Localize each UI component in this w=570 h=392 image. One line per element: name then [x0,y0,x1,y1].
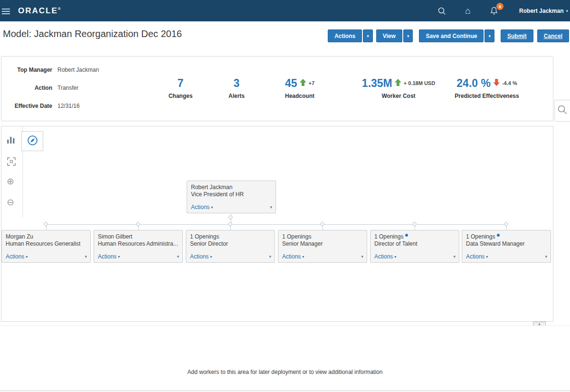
actions-dropdown-button[interactable]: ▾ [363,29,373,42]
brand-text: ORACLE [18,6,58,15]
org-card[interactable]: 1 Openings Director of Talent Actions ▾ … [370,230,459,263]
org-connector-node [412,222,417,227]
zoom-out-icon[interactable]: ⊖ [7,198,14,207]
card-dropdown-icon[interactable]: ▾ [270,205,272,210]
chevron-down-icon: ▾ [26,255,28,259]
side-search-tab[interactable] [554,100,570,122]
fit-to-screen-icon[interactable] [7,157,16,168]
notification-badge: 6 [496,3,504,10]
card-name: Morgan Zu [6,233,33,240]
card-dropdown-icon[interactable]: ▾ [269,254,271,259]
menu-icon[interactable] [2,7,10,16]
org-chart-panel: ⊕ ⊖ Robert Jackman Vice President of HR … [1,126,553,322]
notifications-icon[interactable]: 6 [486,0,502,21]
org-connector-node [228,222,233,227]
card-title: Data Steward Manager [466,240,547,247]
card-dropdown-icon[interactable]: ▾ [361,254,363,259]
org-connector-node [136,222,141,227]
org-card[interactable]: 1 Openings Senior Manager Actions ▾ ▾ [278,230,367,263]
chevron-down-icon: ▾ [486,255,488,259]
card-actions-menu[interactable]: Actions ▾ [282,253,304,260]
card-name: 1 Openings [282,233,311,240]
actions-button[interactable]: Actions [328,29,362,42]
save-and-continue-button[interactable]: Save and Continue [419,29,484,42]
field-effective-date: Effective Date 12/31/16 [1,103,201,110]
trend-down-icon [493,79,500,88]
card-name: 1 Openings [374,233,403,240]
chevron-down-icon: ▾ [118,255,120,259]
stat-alerts: 3 Alerts [228,76,245,99]
page-title-bar: Model: Jackman Reorganization Dec 2016 A… [0,21,570,49]
card-title: Director of Talent [374,240,455,247]
card-actions-menu[interactable]: Actions ▾ [191,204,213,210]
org-card[interactable]: Simon Gilbert Human Resources Administra… [94,230,183,263]
card-name: Robert Jackman [191,184,232,191]
card-title: Human Resources Generalist [6,240,86,247]
home-icon[interactable]: ⌂ [460,0,476,21]
compass-icon [27,134,38,148]
card-title: Human Resources Administra... [98,240,179,247]
card-name: 1 Openings [190,233,219,240]
chevron-down-icon: ▾ [302,255,304,259]
chevron-down-icon: ▾ [211,205,213,210]
card-dropdown-icon[interactable]: ▾ [545,254,547,259]
chevron-down-icon: ▾ [566,9,568,13]
card-actions-menu[interactable]: Actions ▾ [98,253,120,260]
deployment-drop-zone[interactable]: Add workers to this area for later deplo… [0,325,570,391]
org-connector [46,224,506,225]
zoom-in-icon[interactable]: ⊕ [7,177,14,186]
chevron-down-icon: ▾ [210,255,212,259]
stat-headcount: 45 +7 Headcount [285,76,314,99]
card-dropdown-icon[interactable]: ▾ [177,254,179,259]
card-actions-menu[interactable]: Actions ▾ [190,253,212,260]
card-title: Vice President of HR [191,191,272,198]
chevron-down-icon: ▾ [394,255,396,259]
open-position-indicator [405,234,408,237]
user-name: Robert Jackman [519,8,563,14]
view-button[interactable]: View [376,29,402,42]
explore-view-tab[interactable] [21,131,43,151]
org-card[interactable]: 1 Openings Data Steward Manager Actions … [462,230,551,263]
hierarchy-view-icon[interactable] [6,135,17,146]
stat-predicted-effectiveness: 24.0 % -4.4 % Predicted Effectiveness [455,76,519,99]
card-name: 1 Openings [466,233,495,240]
stat-worker-cost: 1.35M + 0.18M USD Worker Cost [362,76,435,99]
user-menu[interactable]: Robert Jackman ▾ [519,0,568,21]
field-top-manager: Top Manager Robert Jackman [1,67,201,74]
drop-zone-message: Add workers to this area for later deplo… [0,369,570,375]
submit-button[interactable]: Submit [501,29,533,42]
org-connector-node [44,222,48,227]
card-dropdown-icon[interactable]: ▾ [85,254,87,259]
page-toolbar: Actions ▾ View ▾ Save and Continue ▾ Sub… [328,29,569,42]
org-card[interactable]: Morgan Zu Human Resources Generalist Act… [1,230,91,263]
view-dropdown-button[interactable]: ▾ [403,29,413,42]
save-dropdown-button[interactable]: ▾ [484,29,494,42]
card-title: Senior Director [190,240,271,247]
oracle-logo: ORACLE® [18,6,61,16]
search-icon [557,105,568,117]
open-position-indicator [497,234,500,237]
org-connector-node [320,222,325,227]
stat-changes: 7 Changes [169,76,193,99]
app-header: ORACLE® ⌂ 6 Robert Jackman ▾ [0,0,570,21]
card-actions-menu[interactable]: Actions ▾ [466,253,488,260]
org-card-root[interactable]: Robert Jackman Vice President of HR Acti… [187,181,276,213]
page-title: Model: Jackman Reorganization Dec 2016 [3,29,182,39]
org-card[interactable]: 1 Openings Senior Director Actions ▾ ▾ [186,230,275,263]
card-name: Simon Gilbert [98,233,133,240]
card-title: Senior Manager [282,240,363,247]
model-summary-panel: Top Manager Robert Jackman Action Transf… [1,56,553,121]
search-icon[interactable] [434,0,450,21]
card-dropdown-icon[interactable]: ▾ [453,254,456,259]
org-connector-node [228,215,233,220]
org-connector-node [504,222,509,227]
card-actions-menu[interactable]: Actions ▾ [6,253,28,260]
cancel-button[interactable]: Cancel [537,29,569,42]
trend-up-icon [300,79,306,88]
trend-up-icon [395,79,401,88]
card-actions-menu[interactable]: Actions ▾ [374,253,396,260]
